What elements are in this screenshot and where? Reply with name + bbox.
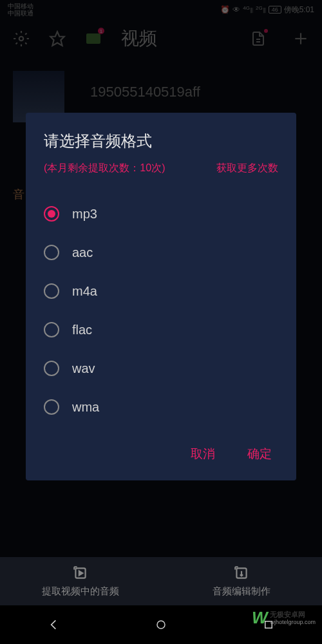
edit-icon — [233, 565, 250, 582]
radio-label: wma — [72, 400, 99, 415]
radio-label: aac — [72, 245, 93, 260]
remain-count-label: (本月剩余提取次数：10次) — [44, 162, 216, 175]
dialog-title: 请选择音频格式 — [44, 131, 278, 151]
radio-dot-icon — [48, 210, 55, 218]
nav-home-button[interactable] — [153, 617, 169, 632]
tab-label: 提取视频中的音频 — [42, 585, 119, 598]
watermark-logo-icon: W — [252, 608, 268, 628]
svg-marker-7 — [79, 571, 82, 576]
cancel-button[interactable]: 取消 — [191, 446, 215, 462]
radio-option-wav[interactable]: wav — [44, 349, 278, 388]
radio-icon — [44, 245, 59, 260]
radio-label: wav — [72, 361, 95, 376]
svg-point-9 — [157, 621, 165, 629]
radio-icon — [44, 283, 59, 299]
get-more-link[interactable]: 获取更多次数 — [216, 162, 278, 175]
radio-option-flac[interactable]: flac — [44, 310, 278, 349]
bottom-tabs: 提取视频中的音频 音频编辑制作 — [0, 557, 322, 605]
nav-back-button[interactable] — [46, 617, 61, 632]
dialog-actions: 取消 确定 — [44, 446, 278, 462]
format-radio-list: mp3 aac m4a flac wav wma — [44, 194, 278, 426]
tab-label: 音频编辑制作 — [213, 585, 270, 598]
tab-extract-audio[interactable]: 提取视频中的音频 — [0, 557, 161, 605]
radio-icon — [44, 322, 59, 337]
radio-icon — [44, 361, 59, 376]
radio-icon — [44, 206, 59, 222]
watermark-sub: wjhotelgroup.com — [270, 619, 316, 626]
radio-option-mp3[interactable]: mp3 — [44, 194, 278, 233]
confirm-button[interactable]: 确定 — [247, 446, 272, 462]
radio-option-wma[interactable]: wma — [44, 388, 278, 426]
tab-audio-edit[interactable]: 音频编辑制作 — [161, 557, 322, 605]
watermark: W 无极安卓网 wjhotelgroup.com — [252, 608, 316, 628]
radio-option-aac[interactable]: aac — [44, 233, 278, 272]
radio-option-m4a[interactable]: m4a — [44, 272, 278, 310]
watermark-main: 无极安卓网 — [270, 611, 316, 619]
extract-icon — [72, 565, 89, 582]
dialog-subtitle: (本月剩余提取次数：10次) 获取更多次数 — [44, 162, 278, 175]
radio-label: flac — [72, 323, 92, 337]
radio-icon — [44, 399, 59, 415]
format-dialog: 请选择音频格式 (本月剩余提取次数：10次) 获取更多次数 mp3 aac m4… — [26, 113, 296, 480]
radio-label: mp3 — [72, 207, 97, 222]
radio-label: m4a — [72, 284, 97, 299]
